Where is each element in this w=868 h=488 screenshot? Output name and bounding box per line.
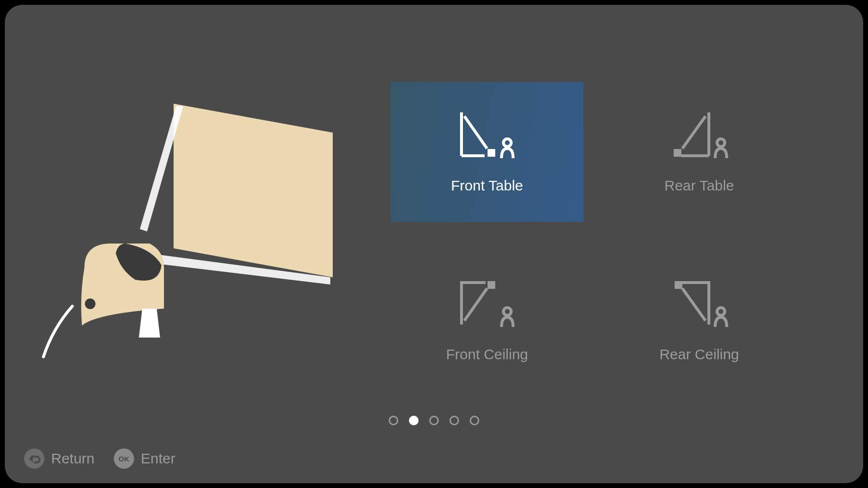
setup-screen: Front Table Rear Table xyxy=(5,5,863,483)
footer-hints: Return OK Enter xyxy=(24,448,176,469)
front-table-icon xyxy=(456,110,518,158)
page-dot-4 xyxy=(449,416,459,425)
svg-rect-18 xyxy=(488,281,495,289)
hint-enter: OK Enter xyxy=(114,448,176,469)
option-rear-ceiling[interactable]: Rear Ceiling xyxy=(603,251,796,391)
option-rear-table[interactable]: Rear Table xyxy=(603,82,796,222)
rear-ceiling-icon xyxy=(668,279,731,327)
page-dot-1 xyxy=(389,416,398,425)
svg-line-22 xyxy=(682,288,705,321)
svg-marker-4 xyxy=(139,309,160,338)
return-icon xyxy=(24,448,44,469)
svg-rect-8 xyxy=(488,149,495,157)
option-label: Front Ceiling xyxy=(446,346,528,363)
hint-return-label: Return xyxy=(51,450,95,467)
svg-rect-13 xyxy=(674,149,681,157)
svg-rect-23 xyxy=(675,281,682,289)
svg-point-14 xyxy=(717,139,725,147)
rear-table-icon xyxy=(668,110,731,158)
svg-point-3 xyxy=(85,298,95,309)
svg-point-24 xyxy=(717,308,725,315)
svg-point-19 xyxy=(503,308,511,315)
page-dot-3 xyxy=(429,416,439,425)
svg-marker-0 xyxy=(174,104,333,277)
front-ceiling-icon xyxy=(456,279,518,327)
option-front-ceiling[interactable]: Front Ceiling xyxy=(391,251,583,391)
projection-illustration xyxy=(39,77,376,391)
option-label: Front Table xyxy=(451,177,523,194)
hint-enter-label: Enter xyxy=(141,450,176,467)
option-front-table[interactable]: Front Table xyxy=(391,82,583,222)
svg-line-7 xyxy=(464,116,487,149)
option-label: Rear Table xyxy=(665,177,734,194)
svg-line-12 xyxy=(682,116,705,149)
svg-line-17 xyxy=(464,288,487,321)
page-dot-5 xyxy=(470,416,479,425)
hint-return: Return xyxy=(24,448,95,469)
projector-position-options: Front Table Rear Table xyxy=(391,82,810,391)
page-dot-2 xyxy=(409,416,419,425)
option-label: Rear Ceiling xyxy=(659,346,739,363)
ok-icon: OK xyxy=(114,448,134,469)
pagination-dots xyxy=(389,416,479,425)
svg-point-9 xyxy=(503,139,511,147)
